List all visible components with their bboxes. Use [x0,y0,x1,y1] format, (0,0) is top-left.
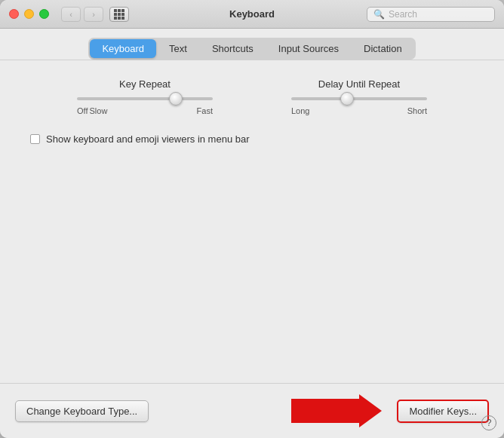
arrow-body [291,399,359,423]
close-button[interactable] [9,9,19,19]
show-viewers-label: Show keyboard and emoji viewers in menu … [46,133,250,145]
help-button[interactable]: ? [481,415,496,430]
modifier-keys-button[interactable]: Modifier Keys... [397,400,489,423]
key-repeat-axis-labels: Off Slow Fast [77,106,213,115]
key-repeat-slider[interactable] [77,97,213,100]
bottom-right: Modifier Keys... [291,394,489,427]
tab-keyboard[interactable]: Keyboard [90,39,156,58]
back-button[interactable]: ‹ [61,7,81,22]
window-title: Keyboard [229,8,275,20]
search-input[interactable] [389,9,487,20]
traffic-lights [9,9,49,19]
spacer [23,163,481,365]
arrow-head [359,394,382,427]
key-repeat-slow-label: Slow [89,106,107,115]
key-repeat-off-label: Off [77,106,88,115]
grid-button[interactable] [109,7,129,22]
tab-dictation[interactable]: Dictation [352,39,414,58]
tab-bar: Keyboard Text Shortcuts Input Sources Di… [88,38,415,60]
show-viewers-checkbox[interactable] [30,134,40,144]
bottom-bar: Change Keyboard Type... Modifier Keys...… [0,383,504,438]
grid-icon [114,9,124,20]
checkbox-row: Show keyboard and emoji viewers in menu … [23,133,481,145]
key-repeat-group: Key Repeat Off Slow Fast [77,78,213,115]
nav-buttons: ‹ › [61,7,103,22]
tab-shortcuts[interactable]: Shortcuts [200,39,266,58]
key-repeat-label: Key Repeat [119,78,171,90]
maximize-button[interactable] [39,9,49,19]
minimize-button[interactable] [24,9,34,19]
search-bar[interactable]: 🔍 [367,7,495,22]
delay-repeat-short-label: Short [407,106,427,115]
help-area: ? [481,415,496,430]
delay-repeat-axis-labels: Long Short [291,106,427,115]
delay-repeat-slider[interactable] [291,97,427,100]
annotation-arrow [291,394,382,427]
delay-repeat-group: Delay Until Repeat Long Short [291,78,427,115]
delay-repeat-long-label: Long [291,106,309,115]
key-repeat-fast-label: Fast [197,106,213,115]
keyboard-window: ‹ › Keyboard 🔍 Keyboard Text Shortcuts I… [0,0,504,438]
tab-toolbar: Keyboard Text Shortcuts Input Sources Di… [0,29,504,60]
tab-text[interactable]: Text [157,39,199,58]
change-keyboard-button[interactable]: Change Keyboard Type... [15,400,149,422]
sliders-section: Key Repeat Off Slow Fast Delay Until Rep… [23,78,481,115]
forward-button[interactable]: › [84,7,103,22]
main-content: Key Repeat Off Slow Fast Delay Until Rep… [0,60,504,383]
search-icon: 🔍 [373,9,385,20]
delay-repeat-label: Delay Until Repeat [318,78,400,90]
tab-input-sources[interactable]: Input Sources [266,39,351,58]
titlebar: ‹ › Keyboard 🔍 [0,0,504,29]
